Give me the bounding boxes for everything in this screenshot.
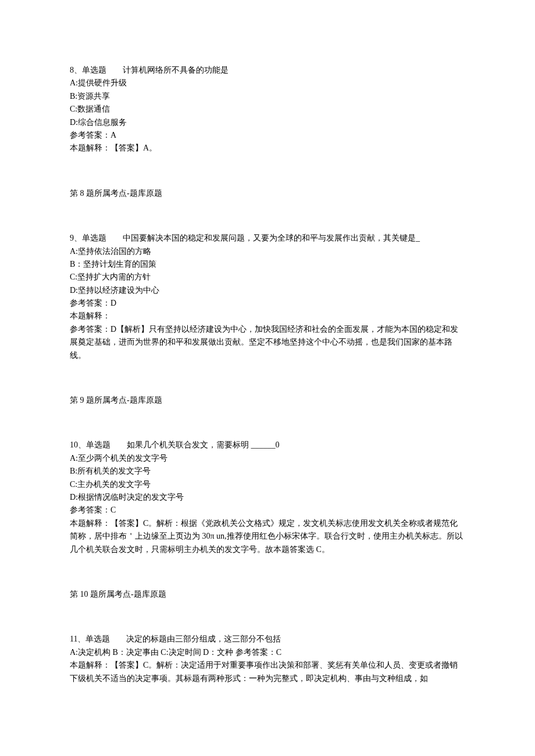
explanation-text: 本题解释：	[70, 310, 465, 323]
question-header: 10、单选题 如果几个机关联合发文，需要标明 ______0	[70, 439, 465, 452]
question-block-9: 9、单选题 中国要解决本国的稳定和发展问题，又要为全球的和平与发展作出贡献，其关…	[70, 232, 465, 407]
question-option: D:综合信息服务	[70, 116, 465, 129]
explanation-text: 本题解释：【答案】A。	[70, 142, 465, 155]
question-option: B:资源共享	[70, 90, 465, 103]
answer-label: 参考答案：C	[70, 504, 465, 517]
topic-reference: 第 8 题所属考点-题库原题	[70, 187, 465, 200]
question-option: C:坚持扩大内需的方针	[70, 271, 465, 284]
explanation-text: 参考答案：D【解析】只有坚持以经济建设为中心，加快我国经济和社会的全面发展，才能…	[70, 323, 465, 362]
answer-label: 参考答案：D	[70, 297, 465, 310]
question-option: A:提供硬件升级	[70, 77, 465, 89]
question-option: D:坚持以经济建设为中心	[70, 284, 465, 297]
question-header: 9、单选题 中国要解决本国的稳定和发展问题，又要为全球的和平与发展作出贡献，其关…	[70, 232, 465, 245]
question-option: C:主办机关的发文字号	[70, 478, 465, 491]
question-block-8: 8、单选题 计算机网络所不具备的功能是 A:提供硬件升级 B:资源共享 C:数据…	[70, 64, 465, 200]
question-block-10: 10、单选题 如果几个机关联合发文，需要标明 ______0 A:至少两个机关的…	[70, 439, 465, 601]
question-option: C:数据通信	[70, 103, 465, 116]
explanation-text: 本题解释：【答案】C。解析：决定适用于对重要事项作出决策和部署、奖惩有关单位和人…	[70, 659, 465, 685]
topic-reference: 第 10 题所属考点-题库原题	[70, 588, 465, 601]
answer-label: 参考答案：A	[70, 129, 465, 142]
explanation-text: 本题解释：【答案】C。解析：根据《党政机关公文格式》规定，发文机关标志使用发文机…	[70, 517, 465, 556]
question-option: A:至少两个机关的发文字号	[70, 452, 465, 465]
question-header: 8、单选题 计算机网络所不具备的功能是	[70, 64, 465, 77]
question-option: B:所有机关的发文字号	[70, 465, 465, 478]
question-option: B：坚持计划生育的国策	[70, 258, 465, 271]
question-block-11: 11、单选题 决定的标题由三部分组成，这三部分不包括 A:决定机构 B：决定事由…	[70, 633, 465, 685]
question-option: D:根据情况临时决定的发文字号	[70, 491, 465, 504]
question-header: 11、单选题 决定的标题由三部分组成，这三部分不包括	[70, 633, 465, 646]
document-page: 8、单选题 计算机网络所不具备的功能是 A:提供硬件升级 B:资源共享 C:数据…	[0, 0, 535, 756]
question-option: A:决定机构 B：决定事由 C:决定时间 D：文种 参考答案：C	[70, 646, 465, 659]
topic-reference: 第 9 题所属考点-题库原题	[70, 394, 465, 407]
question-option: A:坚持依法治国的方略	[70, 245, 465, 258]
